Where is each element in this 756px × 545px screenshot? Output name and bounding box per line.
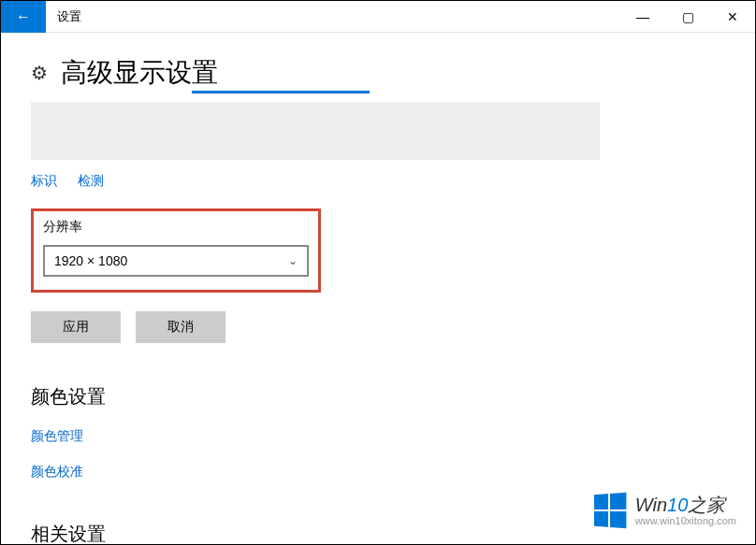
- page-header: ⚙ 高级显示设置: [31, 55, 725, 91]
- chevron-down-icon: ⌄: [288, 254, 298, 267]
- display-actions: 标识 检测: [31, 173, 725, 190]
- color-calibration-link[interactable]: 颜色校准: [31, 464, 725, 480]
- close-icon: ✕: [727, 9, 738, 24]
- gear-icon: ⚙: [31, 62, 48, 84]
- apply-button[interactable]: 应用: [31, 311, 121, 343]
- maximize-button[interactable]: ▢: [665, 1, 710, 33]
- watermark-brand: Win10之家: [635, 495, 736, 515]
- resolution-label: 分辨率: [43, 219, 309, 236]
- page-title: 高级显示设置: [61, 55, 218, 91]
- cancel-button[interactable]: 取消: [136, 311, 225, 343]
- resolution-section-highlight: 分辨率 1920 × 1080 ⌄: [31, 208, 321, 293]
- watermark-url: www.win10xitong.com: [635, 515, 736, 526]
- back-button[interactable]: ←: [1, 1, 46, 33]
- detect-link[interactable]: 检测: [78, 173, 104, 190]
- identify-link[interactable]: 标识: [31, 173, 57, 190]
- resolution-value: 1920 × 1080: [54, 253, 127, 268]
- content-area: ⚙ 高级显示设置 标识 检测 分辨率 1920 × 1080 ⌄ 应用 取消 颜…: [1, 33, 755, 545]
- watermark: Win10之家 www.win10xitong.com: [592, 494, 736, 527]
- action-buttons: 应用 取消: [31, 311, 725, 343]
- resolution-dropdown[interactable]: 1920 × 1080 ⌄: [43, 245, 309, 277]
- window-title: 设置: [57, 8, 81, 25]
- maximize-icon: ▢: [682, 9, 694, 24]
- back-arrow-icon: ←: [16, 8, 31, 25]
- minimize-button[interactable]: —: [620, 1, 665, 33]
- windows-logo-icon: [594, 493, 626, 529]
- color-section-header: 颜色设置: [31, 384, 725, 409]
- color-management-link[interactable]: 颜色管理: [31, 428, 725, 445]
- close-button[interactable]: ✕: [710, 1, 755, 33]
- watermark-text: Win10之家 www.win10xitong.com: [635, 495, 736, 526]
- display-preview: [31, 102, 600, 160]
- minimize-icon: —: [636, 9, 649, 24]
- window-controls: — ▢ ✕: [620, 1, 755, 33]
- titlebar: ← 设置 — ▢ ✕: [1, 1, 755, 33]
